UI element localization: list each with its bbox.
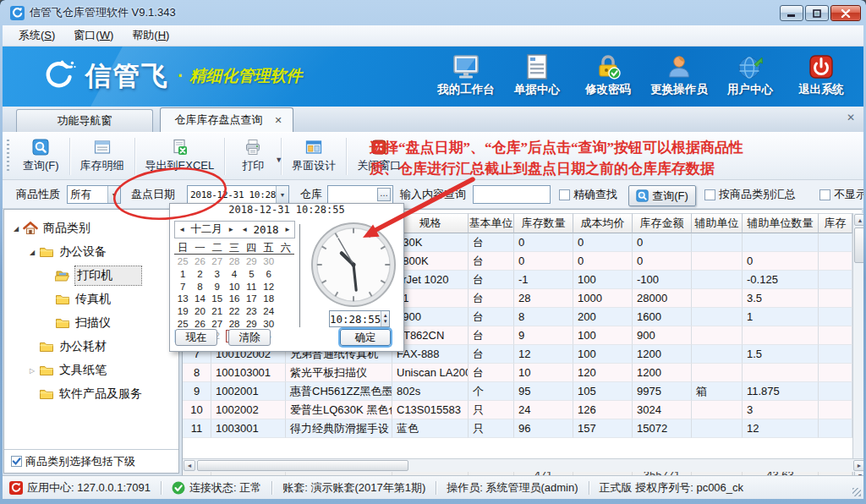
tree-item-printer[interactable]: 打印机	[4, 264, 178, 288]
calendar-day[interactable]: 22	[226, 305, 243, 318]
tree-item-stationery[interactable]: ▷文具纸笔	[4, 359, 178, 382]
stocktake-date-select[interactable]: 2018-12-31 10:28:55 ▼	[187, 185, 289, 204]
menu-item-window[interactable]: 窗口(W)	[64, 25, 123, 46]
scroll-up-icon[interactable]: ▲	[854, 214, 863, 226]
calendar-day[interactable]: 27	[209, 317, 226, 330]
expander-icon[interactable]: ◢	[27, 249, 37, 256]
calendar-day[interactable]: 18	[260, 293, 277, 305]
calendar-day[interactable]: 27	[209, 255, 226, 268]
calendar-day[interactable]: 25	[174, 255, 191, 268]
calendar-day[interactable]: 12	[260, 280, 277, 293]
tab-close-icon[interactable]: ✕	[274, 115, 290, 126]
warehouse-input[interactable]: …	[327, 185, 393, 204]
horizontal-scrollbar[interactable]: ◄ ►	[183, 458, 863, 472]
browse-button[interactable]: …	[377, 188, 391, 201]
calendar-day[interactable]: 17	[243, 293, 260, 305]
calendar-day[interactable]: 30	[260, 255, 277, 268]
calendar-day[interactable]: 7	[174, 280, 191, 293]
calendar-day[interactable]: 2	[191, 268, 208, 281]
calendar-day[interactable]: 23	[243, 305, 260, 318]
calendar-day[interactable]: 14	[191, 293, 208, 305]
calendar-day[interactable]: 5	[243, 268, 260, 281]
calendar-day[interactable]: 29	[243, 255, 260, 268]
query-button[interactable]: 查询(F)	[628, 185, 696, 206]
calendar-day[interactable]: 26	[191, 255, 208, 268]
calendar-day[interactable]: 20	[191, 305, 208, 318]
toolbar-query-button[interactable]: 查询(F)	[14, 135, 68, 178]
scroll-right-icon[interactable]: ►	[853, 460, 863, 471]
menu-item-help[interactable]: 帮助(H)	[123, 25, 178, 46]
table-row[interactable]: 111003001得力经典防滑握手设蓝色只961571507212	[183, 419, 852, 438]
prev-month-icon[interactable]: ◄	[177, 226, 187, 233]
calendar-day[interactable]: 16	[226, 293, 243, 305]
vertical-scrollbar[interactable]: ▲ ▼	[852, 213, 863, 483]
switch-operator-button[interactable]: 更换操作员	[644, 51, 715, 103]
calendar-day[interactable]: 3	[209, 268, 226, 281]
toolbar-stock-detail-button[interactable]: 库存明细	[72, 135, 133, 178]
toolbar-close-window-button[interactable]: 关闭窗口	[348, 135, 409, 178]
tree-item-office-equipment[interactable]: ◢办公设备	[4, 240, 178, 264]
expander-icon[interactable]: ▷	[27, 367, 37, 375]
search-input[interactable]	[473, 185, 551, 204]
vscroll-thumb[interactable]	[854, 227, 863, 263]
calendar-day[interactable]: 24	[260, 305, 277, 318]
spinner-arrows[interactable]: ▲▼	[381, 311, 389, 326]
calendar-day[interactable]: 29	[243, 317, 260, 330]
column-header[interactable]: 辅助单位数量	[743, 213, 819, 233]
change-password-button[interactable]: 修改密码	[573, 51, 644, 103]
column-header[interactable]: 成本均价	[573, 213, 633, 233]
clear-button[interactable]: 清除	[228, 329, 271, 346]
tree-item-category-root[interactable]: ◢商品类别	[4, 216, 178, 240]
calendar-day[interactable]: 28	[226, 317, 243, 330]
tab-nav-window[interactable]: 功能导航窗	[16, 109, 153, 132]
column-header[interactable]: 库存金额	[633, 213, 692, 233]
group-by-category-checkbox[interactable]: 按商品类别汇总	[704, 185, 796, 204]
calendar-day[interactable]: 9	[209, 280, 226, 293]
expander-icon[interactable]: ◢	[11, 225, 21, 233]
tabbar-close-icon[interactable]: ✕	[847, 112, 855, 123]
calendar-day[interactable]: 8	[191, 280, 208, 293]
prev-year-icon[interactable]: ◄	[239, 226, 249, 233]
chevron-down-icon[interactable]: ▼	[107, 186, 120, 203]
now-button[interactable]: 现在	[175, 329, 217, 346]
ok-button[interactable]: 确定	[340, 329, 391, 346]
calendar-day[interactable]: 25	[174, 317, 191, 330]
tree-item-fax[interactable]: 传真机	[4, 288, 178, 311]
calendar-day[interactable]: 19	[174, 305, 191, 318]
table-row[interactable]: 101002002爱普生LQ630K 黑色色C13S015583只2412630…	[183, 401, 852, 419]
time-spinner[interactable]: 10:28:55 ▲▼	[329, 310, 390, 327]
next-year-icon[interactable]: ►	[282, 226, 293, 233]
column-header[interactable]: 库存	[819, 213, 852, 233]
my-workbench-button[interactable]: 我的工作台	[430, 51, 502, 103]
calendar-day[interactable]: 13	[174, 293, 191, 305]
doc-center-button[interactable]: 单据中心	[502, 51, 573, 103]
toolbar-print-button[interactable]: 打印▼	[227, 135, 279, 178]
column-header[interactable]: 库存数量	[514, 213, 573, 233]
calendar-day[interactable]: 4	[226, 268, 243, 281]
scroll-left-icon[interactable]: ◄	[184, 460, 195, 471]
user-center-button[interactable]: 用户中心	[715, 51, 786, 103]
product-type-select[interactable]: 所有 ▼	[67, 185, 121, 204]
calendar-day[interactable]: 30	[260, 317, 277, 330]
calendar-day[interactable]: 6	[260, 268, 277, 281]
menu-item-system[interactable]: 系统(S)	[9, 25, 64, 46]
hscroll-thumb[interactable]	[197, 460, 408, 471]
toolbar-grip[interactable]	[7, 140, 9, 173]
maximize-button[interactable]	[805, 5, 829, 21]
column-header[interactable]: 基本单位	[469, 213, 514, 233]
toolbar-ui-design-button[interactable]: 界面设计	[283, 135, 344, 178]
exact-match-checkbox[interactable]: 精确查找	[559, 185, 617, 204]
calendar-day[interactable]: 15	[209, 293, 226, 305]
titlebar[interactable]: 信管飞仓库管理软件 V9.1.343	[0, 0, 866, 25]
table-row[interactable]: 8100103001紫光平板扫描仪Uniscan LA2000台10120120…	[183, 364, 852, 382]
include-children-checkbox[interactable]: 商品类别选择包括下级	[4, 449, 178, 473]
tree-item-software-services[interactable]: 软件产品及服务	[4, 382, 178, 406]
calendar-day[interactable]: 21	[209, 305, 226, 318]
minimize-button[interactable]	[780, 5, 803, 21]
calendar-day[interactable]: 11	[243, 280, 260, 293]
table-row[interactable]: 91002001惠普CH561ZZ黑色墨盒802s个951059975箱11.8…	[183, 382, 852, 401]
dropdown-caret-icon[interactable]: ▼	[275, 156, 282, 164]
resize-grip-icon[interactable]	[852, 488, 861, 496]
chevron-down-icon[interactable]: ▼	[276, 186, 288, 203]
tab-stocktake-query[interactable]: 仓库库存盘点查询✕	[160, 107, 293, 132]
